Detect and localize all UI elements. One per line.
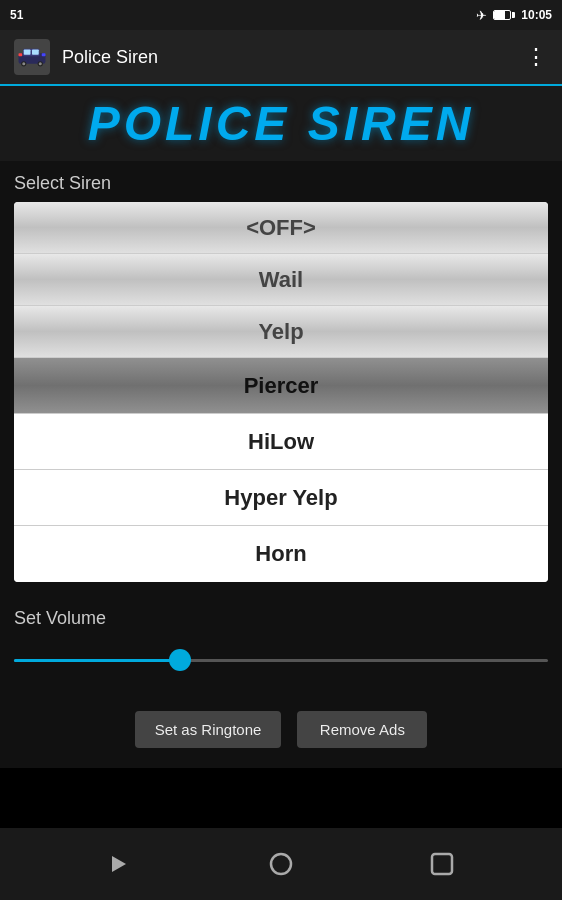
volume-thumb[interactable]	[169, 649, 191, 671]
siren-title-container: POLICE SIREN	[0, 86, 562, 161]
select-siren-label: Select Siren	[14, 161, 548, 202]
airplane-icon: ✈	[476, 8, 487, 23]
siren-item-off[interactable]: <OFF>	[14, 202, 548, 254]
svg-rect-3	[32, 50, 39, 55]
svg-point-7	[39, 62, 42, 65]
bottom-nav	[0, 828, 562, 900]
police-car-svg	[17, 47, 47, 67]
svg-point-11	[271, 854, 291, 874]
app-icon	[14, 39, 50, 75]
svg-rect-12	[432, 854, 452, 874]
remove-ads-button[interactable]: Remove Ads	[297, 711, 427, 748]
menu-button[interactable]: ⋮	[525, 46, 548, 68]
main-content: Select Siren <OFF> Wail Yelp Piercer HiL…	[0, 161, 562, 768]
app-bar: Police Siren ⋮	[0, 30, 562, 86]
siren-item-horn[interactable]: Horn	[14, 526, 548, 582]
clock: 10:05	[521, 8, 552, 22]
svg-rect-8	[19, 53, 23, 56]
svg-point-5	[22, 62, 25, 65]
back-button[interactable]	[95, 839, 145, 889]
home-button[interactable]	[256, 839, 306, 889]
siren-item-yelp[interactable]: Yelp	[14, 306, 548, 358]
notification-count: 51	[10, 8, 23, 22]
app-title: Police Siren	[62, 47, 513, 68]
siren-item-wail[interactable]: Wail	[14, 254, 548, 306]
siren-item-hilow[interactable]: HiLow	[14, 414, 548, 470]
set-ringtone-button[interactable]: Set as Ringtone	[135, 711, 282, 748]
buttons-row: Set as Ringtone Remove Ads	[14, 701, 548, 768]
status-bar: 51 ✈ 10:05	[0, 0, 562, 30]
svg-marker-10	[112, 856, 126, 872]
volume-track-fill	[14, 659, 180, 662]
status-right: ✈ 10:05	[476, 8, 552, 23]
back-icon	[106, 850, 134, 878]
recents-button[interactable]	[417, 839, 467, 889]
volume-slider[interactable]	[14, 645, 548, 675]
volume-section: Set Volume	[14, 598, 548, 701]
svg-rect-9	[42, 53, 46, 56]
status-left: 51	[10, 8, 23, 22]
svg-rect-2	[24, 50, 31, 55]
battery-icon	[493, 10, 515, 20]
volume-track	[14, 659, 548, 662]
recents-icon	[428, 850, 456, 878]
volume-label: Set Volume	[14, 608, 548, 629]
siren-item-hyperyelp[interactable]: Hyper Yelp	[14, 470, 548, 526]
siren-list: <OFF> Wail Yelp Piercer HiLow Hyper Yelp…	[14, 202, 548, 582]
siren-title: POLICE SIREN	[88, 96, 475, 151]
home-icon	[267, 850, 295, 878]
siren-item-piercer[interactable]: Piercer	[14, 358, 548, 414]
